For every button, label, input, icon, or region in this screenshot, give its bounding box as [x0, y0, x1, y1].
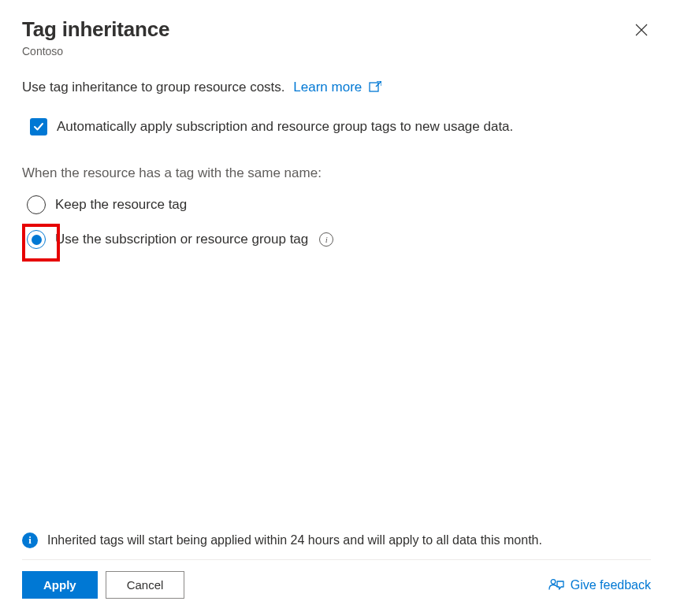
- intro-text-row: Use tag inheritance to group resource co…: [22, 80, 651, 96]
- radio-keep-resource-tag[interactable]: Keep the resource tag: [27, 195, 651, 214]
- feedback-icon: [548, 578, 564, 592]
- radio-input[interactable]: [27, 230, 46, 249]
- panel-title: Tag inheritance: [22, 17, 651, 42]
- panel-subtitle: Contoso: [22, 45, 651, 58]
- radio-label: Use the subscription or resource group t…: [55, 232, 308, 247]
- checkmark-icon: [33, 121, 44, 132]
- close-icon: [635, 24, 648, 36]
- learn-more-link[interactable]: Learn more: [293, 80, 381, 95]
- learn-more-label: Learn more: [293, 80, 362, 95]
- auto-apply-checkbox[interactable]: [30, 118, 47, 135]
- svg-point-1: [551, 579, 556, 584]
- close-button[interactable]: [632, 20, 651, 39]
- conflict-heading: When the resource has a tag with the sam…: [22, 165, 651, 181]
- info-icon[interactable]: i: [319, 232, 333, 247]
- spacer: [22, 249, 651, 528]
- intro-text: Use tag inheritance to group resource co…: [22, 80, 285, 95]
- info-banner-text: Inherited tags will start being applied …: [47, 533, 542, 547]
- info-banner-icon: i: [22, 533, 38, 548]
- footer-actions: Apply Cancel Give feedback: [22, 559, 651, 599]
- auto-apply-row: Automatically apply subscription and res…: [30, 118, 651, 135]
- conflict-radio-group: Keep the resource tag Use the subscripti…: [27, 195, 651, 249]
- panel-header: Tag inheritance Contoso: [22, 17, 651, 58]
- auto-apply-label: Automatically apply subscription and res…: [57, 119, 513, 135]
- cancel-button[interactable]: Cancel: [106, 571, 185, 599]
- radio-label: Keep the resource tag: [55, 197, 187, 213]
- give-feedback-link[interactable]: Give feedback: [548, 578, 651, 592]
- external-link-icon: [369, 80, 381, 96]
- svg-rect-0: [370, 83, 378, 91]
- radio-use-subscription-tag[interactable]: Use the subscription or resource group t…: [27, 230, 651, 249]
- radio-input[interactable]: [27, 195, 46, 214]
- apply-button[interactable]: Apply: [22, 571, 98, 599]
- info-banner: i Inherited tags will start being applie…: [22, 528, 651, 559]
- give-feedback-label: Give feedback: [571, 578, 651, 592]
